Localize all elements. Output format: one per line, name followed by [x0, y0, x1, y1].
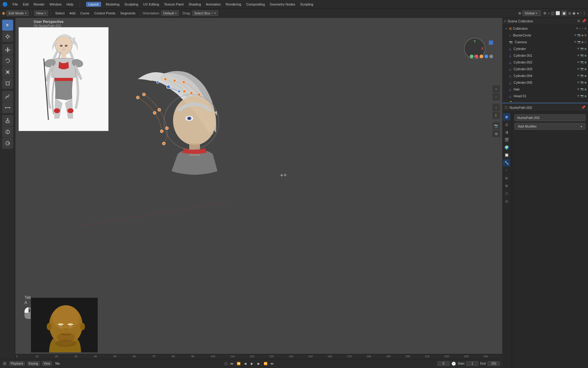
outliner-collection[interactable]: ⊞ Collection 👁 ✓ ○ ⊕	[502, 25, 588, 32]
outliner-item-cylinder003[interactable]: △ Cylinder.003 👁 📷 ◉	[502, 66, 588, 72]
tab-object-data[interactable]: ⬡	[503, 190, 510, 197]
rotate-tool[interactable]	[2, 55, 13, 66]
indirect-btn[interactable]: ⊕	[584, 27, 587, 30]
tab-object[interactable]: 🔲	[503, 151, 510, 159]
prev-frame-btn[interactable]: ⏪	[236, 361, 241, 366]
cursor-tool[interactable]	[2, 31, 13, 42]
render-8[interactable]: ◉	[584, 101, 587, 102]
play-btn[interactable]: ▶	[249, 361, 255, 366]
menu-render[interactable]: Render	[34, 2, 45, 6]
extrude-tool[interactable]	[2, 115, 13, 126]
proportional-btn[interactable]: ○	[548, 11, 550, 15]
render-0[interactable]: ◉	[584, 47, 587, 50]
menu-control-points[interactable]: Control Points	[92, 11, 117, 16]
tab-constraints[interactable]: ⊗	[503, 182, 510, 190]
shading-material-btn[interactable]: ◎	[568, 11, 571, 15]
cam-6[interactable]: 📷	[580, 88, 584, 91]
bc-render[interactable]: ◉	[581, 34, 584, 37]
outliner-item-hair[interactable]: △ Hair 👁 📷 ◉	[502, 86, 588, 93]
properties-pin[interactable]: 📌	[581, 105, 586, 109]
jump-end-btn[interactable]: ⏭	[270, 361, 275, 366]
workspace-texture[interactable]: Texture Paint	[164, 2, 183, 6]
vis-4[interactable]: 👁	[577, 74, 580, 77]
tab-world[interactable]: 🌍	[503, 144, 510, 151]
render-1[interactable]: ◉	[584, 54, 587, 57]
tab-view-layer[interactable]: ◑	[503, 128, 510, 136]
vis-3[interactable]: 👁	[577, 67, 580, 71]
cam-1[interactable]: 📷	[580, 54, 584, 57]
start-frame-input[interactable]	[466, 361, 478, 366]
tab-scene[interactable]: 🎬	[503, 136, 510, 144]
menu-curve[interactable]: Curve	[78, 11, 91, 16]
main-viewport[interactable]: User Perspective (0) NurbsPath.002	[15, 18, 502, 359]
workspace-geometry[interactable]: Geometry Nodes	[270, 2, 295, 6]
prev-keyframe-btn[interactable]: ◀	[243, 361, 248, 366]
tab-output[interactable]: 🖨	[503, 121, 510, 128]
exclude-btn[interactable]: ✓	[579, 27, 582, 30]
move-tool[interactable]	[2, 44, 13, 55]
shading-rendered-btn[interactable]: ●	[577, 11, 579, 15]
cam-8[interactable]: 📷	[580, 101, 584, 102]
viewport-shading[interactable]: View	[34, 10, 48, 16]
cam-5[interactable]: 📷	[580, 81, 584, 84]
add-modifier-button[interactable]: Add Modifier	[514, 123, 586, 130]
cam-0[interactable]: 📷	[580, 47, 584, 50]
menu-blender-logo[interactable]: 🔵	[2, 2, 8, 7]
workspace-layout[interactable]: Layout	[86, 2, 101, 7]
transform-tool[interactable]	[2, 78, 13, 89]
outliner-camera[interactable]: 📷 Camera 👁 📷 ◉ ⊡	[502, 39, 588, 45]
zoom-out-btn[interactable]: −	[492, 93, 500, 101]
global-dropdown[interactable]: Global	[522, 10, 541, 16]
extra-btn[interactable]: ⋮	[582, 11, 586, 15]
keying-dropdown[interactable]: Keying	[27, 361, 40, 366]
annotate-tool[interactable]	[2, 91, 13, 102]
scale-tool[interactable]	[2, 67, 13, 78]
markers-btn[interactable]: Ma.	[54, 361, 62, 366]
render-3[interactable]: ◉	[584, 67, 587, 71]
jump-start-btn[interactable]: ⏮	[229, 361, 235, 366]
next-frame-btn[interactable]: ⏩	[263, 361, 268, 366]
vis-0[interactable]: 👁	[577, 47, 580, 50]
cam-extra[interactable]: ⊡	[584, 40, 587, 44]
magnet-btn[interactable]: ⊗	[543, 11, 546, 15]
navigation-gizmo[interactable]: X Y Z	[464, 38, 488, 62]
cam-3[interactable]: 📷	[580, 67, 584, 71]
shading-render-btn[interactable]: ◉	[572, 11, 575, 15]
workspace-animation[interactable]: Animation	[206, 2, 221, 6]
zoom-in-btn[interactable]: +	[492, 85, 500, 93]
pin-icon[interactable]: 📌	[582, 19, 586, 23]
orientation-dropdown[interactable]: Default	[161, 10, 179, 16]
workspace-sculpting[interactable]: Sculpting	[124, 2, 138, 6]
measure-tool[interactable]	[2, 102, 13, 113]
radius-tool[interactable]	[2, 138, 13, 149]
outliner-item-cylinder[interactable]: △ Cylinder 👁 📷 ◉	[502, 45, 588, 52]
transform-gizmo-btn[interactable]: ⊕	[518, 11, 521, 15]
current-frame-input[interactable]: 0	[437, 361, 450, 366]
select-box-dropdown[interactable]: Select Box ~	[192, 10, 218, 16]
outliner-item-cylinder005[interactable]: △ Cylinder.005 👁 📷 ◉	[502, 79, 588, 86]
menu-file[interactable]: File	[13, 2, 18, 6]
workspace-uv[interactable]: UV Editing	[143, 2, 159, 6]
next-keyframe-btn[interactable]: ▶	[256, 361, 262, 366]
xray-btn[interactable]: ⬜	[556, 11, 560, 15]
timeline-icon[interactable]: ⏱	[2, 362, 7, 366]
visibility-btn[interactable]: 👁	[576, 27, 579, 30]
workspace-rendering[interactable]: Rendering	[226, 2, 241, 6]
outliner-item-light[interactable]: 💡 Light 👁 📷 ◉	[502, 99, 588, 102]
render-2[interactable]: ◉	[584, 61, 587, 64]
tab-render[interactable]: ◉	[503, 113, 510, 121]
workspace-modeling[interactable]: Modeling	[106, 2, 120, 6]
menu-window[interactable]: Window	[50, 2, 62, 6]
shading-solid-btn[interactable]: ◼	[561, 10, 567, 16]
render-5[interactable]: ◉	[584, 81, 587, 84]
record-btn[interactable]	[224, 362, 228, 366]
vis-1[interactable]: 👁	[577, 54, 580, 57]
cam-render[interactable]: ◉	[581, 40, 584, 44]
end-frame-input[interactable]	[488, 361, 500, 366]
mode-dropdown[interactable]: Edit Mode	[6, 10, 29, 16]
cam-7[interactable]: 📷	[580, 94, 584, 98]
bc-extra[interactable]: ⊕	[584, 34, 587, 37]
grid-btn[interactable]: ⊞	[492, 130, 500, 137]
vis-2[interactable]: 👁	[577, 61, 580, 64]
outliner-item-head 01[interactable]: △ Head 01 👁 📷 ◉	[502, 93, 588, 99]
